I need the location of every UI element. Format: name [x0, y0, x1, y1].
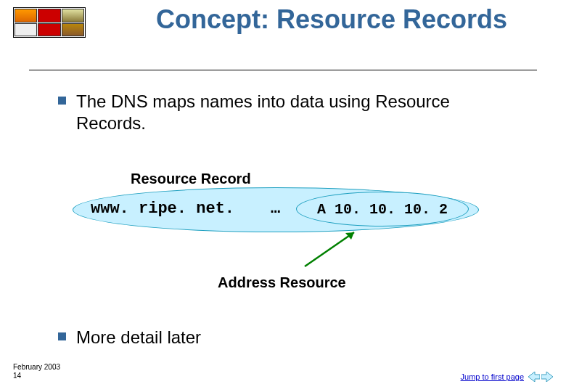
bullet-2: More detail later: [58, 327, 522, 348]
bullet-text: The DNS maps names into data using Resou…: [76, 91, 522, 134]
address-record-ellipse: A 10. 10. 10. 2: [296, 192, 469, 226]
slide-title: Concept: Resource Records: [156, 6, 533, 33]
jump-first-page-link[interactable]: Jump to first page: [461, 372, 524, 381]
svg-line-0: [305, 232, 354, 266]
bullet-text: More detail later: [76, 327, 201, 348]
footer-nav: Jump to first page: [461, 372, 553, 382]
slide-number: 14: [13, 372, 60, 380]
arrow-icon: [298, 226, 363, 270]
title-divider: [29, 70, 537, 70]
address-resource-label: Address Resource: [218, 274, 346, 291]
svg-marker-2: [528, 372, 540, 382]
bullet-marker: [58, 97, 66, 105]
slide-date: February 2003: [13, 363, 60, 372]
bullet-marker: [58, 332, 66, 340]
slide-logo: [13, 7, 86, 38]
footer-date: February 2003 14: [13, 363, 60, 380]
ellipsis-text: …: [271, 200, 280, 218]
resource-record-label: Resource Record: [131, 171, 251, 187]
bullet-1: The DNS maps names into data using Resou…: [58, 91, 522, 134]
prev-arrow-icon[interactable]: [528, 372, 540, 382]
domain-name-text: www. ripe. net.: [91, 200, 234, 218]
address-record-text: A 10. 10. 10. 2: [317, 201, 448, 218]
next-arrow-icon[interactable]: [541, 372, 553, 382]
svg-marker-3: [541, 372, 553, 382]
